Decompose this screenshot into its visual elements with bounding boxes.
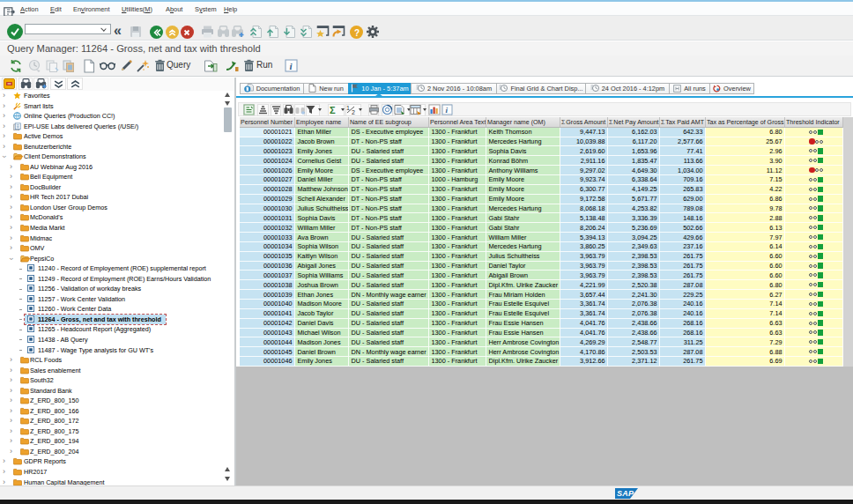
svg-text:2: 2 (352, 109, 355, 115)
svg-text:?: ? (354, 28, 360, 38)
svg-text:Σ: Σ (330, 105, 336, 115)
svg-text:1: 1 (346, 105, 350, 111)
